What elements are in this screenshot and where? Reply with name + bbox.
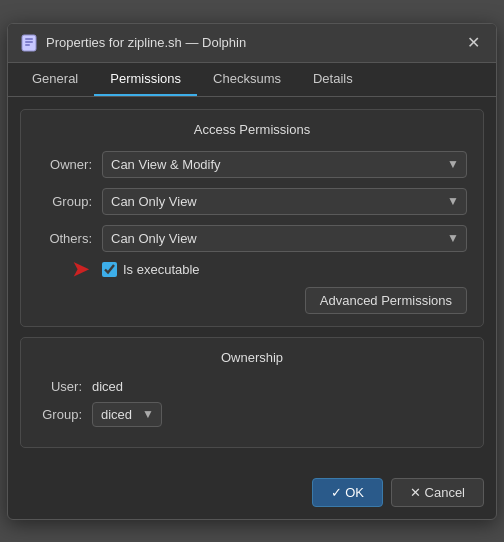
tab-checksums[interactable]: Checksums bbox=[197, 63, 297, 96]
group-select-wrapper: Can Only View Can View & Modify Forbidde… bbox=[102, 188, 467, 215]
svg-rect-3 bbox=[25, 44, 30, 46]
ownership-group-select[interactable]: diced bbox=[92, 402, 162, 427]
group-row: Group: Can Only View Can View & Modify F… bbox=[37, 188, 467, 215]
ownership-group-label: Group: bbox=[37, 407, 92, 422]
group-select[interactable]: Can Only View Can View & Modify Forbidde… bbox=[102, 188, 467, 215]
close-button[interactable]: ✕ bbox=[462, 32, 484, 54]
group-label: Group: bbox=[37, 194, 102, 209]
user-label: User: bbox=[37, 379, 92, 394]
ok-button[interactable]: ✓ OK bbox=[312, 478, 383, 507]
titlebar: Properties for zipline.sh — Dolphin ✕ bbox=[8, 24, 496, 63]
executable-row: ➤ Is executable bbox=[102, 262, 467, 277]
advanced-row: Advanced Permissions bbox=[37, 287, 467, 314]
owner-row: Owner: Can View & Modify Can View only F… bbox=[37, 151, 467, 178]
tab-permissions[interactable]: Permissions bbox=[94, 63, 197, 96]
ownership-group-select-wrapper: diced ▼ bbox=[92, 402, 162, 427]
ownership-group-row: Group: diced ▼ bbox=[37, 402, 467, 427]
others-row: Others: Can Only View Can View & Modify … bbox=[37, 225, 467, 252]
others-select[interactable]: Can Only View Can View & Modify Forbidde… bbox=[102, 225, 467, 252]
owner-label: Owner: bbox=[37, 157, 102, 172]
executable-label: Is executable bbox=[123, 262, 200, 277]
others-label: Others: bbox=[37, 231, 102, 246]
user-row: User: diced bbox=[37, 379, 467, 394]
window-title: Properties for zipline.sh — Dolphin bbox=[46, 35, 246, 50]
ownership-section: Ownership User: diced Group: diced ▼ bbox=[20, 337, 484, 448]
svg-rect-2 bbox=[25, 41, 33, 43]
others-select-wrapper: Can Only View Can View & Modify Forbidde… bbox=[102, 225, 467, 252]
main-window: Properties for zipline.sh — Dolphin ✕ Ge… bbox=[7, 23, 497, 520]
ownership-title: Ownership bbox=[37, 350, 467, 365]
arrow-indicator-icon: ➤ bbox=[72, 257, 89, 281]
advanced-permissions-button[interactable]: Advanced Permissions bbox=[305, 287, 467, 314]
owner-select-wrapper: Can View & Modify Can View only Forbidde… bbox=[102, 151, 467, 178]
access-permissions-section: Access Permissions Owner: Can View & Mod… bbox=[20, 109, 484, 327]
tab-details[interactable]: Details bbox=[297, 63, 369, 96]
tab-content: Access Permissions Owner: Can View & Mod… bbox=[8, 97, 496, 470]
dialog-footer: ✓ OK ✕ Cancel bbox=[8, 470, 496, 519]
tab-general[interactable]: General bbox=[16, 63, 94, 96]
access-permissions-title: Access Permissions bbox=[37, 122, 467, 137]
cancel-button[interactable]: ✕ Cancel bbox=[391, 478, 484, 507]
executable-checkbox[interactable] bbox=[102, 262, 117, 277]
svg-rect-1 bbox=[25, 38, 33, 40]
user-value: diced bbox=[92, 379, 123, 394]
titlebar-left: Properties for zipline.sh — Dolphin bbox=[20, 34, 246, 52]
tab-bar: General Permissions Checksums Details bbox=[8, 63, 496, 97]
owner-select[interactable]: Can View & Modify Can View only Forbidde… bbox=[102, 151, 467, 178]
app-icon bbox=[20, 34, 38, 52]
